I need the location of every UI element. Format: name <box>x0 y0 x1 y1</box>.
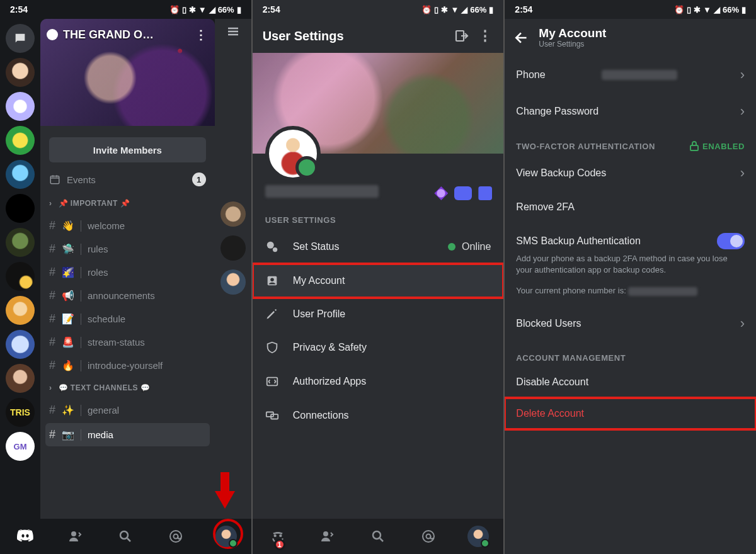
row-delete-account[interactable]: Delete Account <box>505 398 756 429</box>
channel-announcements[interactable]: #📢announcements <box>40 284 215 307</box>
tab-friends-icon[interactable] <box>50 519 101 554</box>
channel-welcome[interactable]: #👋welcome <box>40 214 215 237</box>
server-avatar-12[interactable]: GM <box>6 432 35 461</box>
channel-introduce-yourself[interactable]: #🔥introduce-yourself <box>40 354 215 377</box>
svg-point-6 <box>266 242 273 249</box>
svg-point-15 <box>423 531 434 542</box>
exit-icon[interactable] <box>454 28 469 43</box>
tab-search-icon[interactable] <box>353 519 403 554</box>
tab-mentions-icon[interactable] <box>151 519 201 554</box>
row-change-password[interactable]: Change Password › <box>505 93 756 130</box>
profile-avatar[interactable] <box>265 126 321 181</box>
account-icon <box>265 274 282 288</box>
user-profile-label: User Profile <box>293 308 346 320</box>
sms-backup-description: Add your phone as a backup 2FA method in… <box>505 252 756 284</box>
server-avatar-9[interactable] <box>6 330 35 359</box>
server-avatar-6[interactable] <box>6 228 35 257</box>
tab-mentions-icon[interactable] <box>403 519 454 554</box>
status-time: 2:54 <box>263 4 280 14</box>
sms-backup-toggle[interactable] <box>717 233 745 249</box>
svg-point-9 <box>270 278 274 281</box>
menu-icon[interactable] <box>226 24 241 39</box>
profile-badges <box>434 186 492 200</box>
bottom-tabs <box>0 519 251 554</box>
server-avatar-11[interactable]: TRIS <box>6 398 35 427</box>
verified-icon <box>47 29 58 40</box>
status-time: 2:54 <box>10 4 28 14</box>
member-avatar-1[interactable] <box>220 201 246 227</box>
channel-roles[interactable]: #🌠roles <box>40 261 215 284</box>
row-authorized-apps[interactable]: Authorized Apps <box>253 365 504 399</box>
row-blocked-users[interactable]: Blocked Users › <box>505 305 756 342</box>
member-avatar-3[interactable] <box>220 269 246 295</box>
tab-profile[interactable] <box>201 519 251 554</box>
server-avatar-5[interactable] <box>6 194 35 223</box>
hypesquad-badge-icon <box>478 186 492 200</box>
invite-members-button[interactable]: Invite Members <box>49 137 206 162</box>
category-important[interactable]: ›📌 IMPORTANT 📌 <box>40 193 215 214</box>
panel-user-settings: 2:54 ⏰▯✱▼◢ 66%▮ User Settings ⋮ USER SET… <box>251 0 504 554</box>
status-bar: 2:54 ⏰▯✱▼◢ 66%▮ <box>505 0 756 19</box>
row-view-backup-codes[interactable]: View Backup Codes › <box>505 155 756 191</box>
server-avatar-3[interactable] <box>6 126 35 155</box>
channel-rules[interactable]: #🛸rules <box>40 237 215 261</box>
channel-stream-status[interactable]: #🚨stream-status <box>40 331 215 354</box>
server-avatar-7[interactable] <box>6 262 35 291</box>
server-avatar-2[interactable] <box>6 92 35 121</box>
dm-icon[interactable] <box>6 24 35 53</box>
view-backup-label: View Backup Codes <box>516 167 606 179</box>
apps-icon <box>265 375 282 388</box>
server-avatar-4[interactable] <box>6 160 35 189</box>
calendar-icon <box>49 174 60 185</box>
connections-label: Connections <box>293 410 349 421</box>
server-banner: THE GRAND O… ⋮ <box>40 19 215 126</box>
tab-search-icon[interactable] <box>100 519 151 554</box>
category-text-channels[interactable]: ›💬 TEXT CHANNELS 💬 <box>40 377 215 399</box>
status-icons: ⏰▯✱▼◢ 66%▮ <box>169 5 241 14</box>
tab-discord-icon[interactable] <box>0 519 50 554</box>
status-time: 2:54 <box>515 4 532 14</box>
events-row[interactable]: Events 1 <box>40 166 215 193</box>
section-user-settings: USER SETTINGS <box>253 204 504 230</box>
row-set-status[interactable]: Set Status Online <box>253 230 504 264</box>
row-user-profile[interactable]: User Profile <box>253 298 504 331</box>
row-sms-backup[interactable]: SMS Backup Authentication <box>505 223 756 252</box>
row-connections[interactable]: Connections <box>253 399 504 432</box>
svg-point-14 <box>373 531 381 539</box>
more-icon[interactable]: ⋮ <box>478 28 493 44</box>
row-disable-account[interactable]: Disable Account <box>505 366 756 398</box>
channel-schedule[interactable]: #📝schedule <box>40 307 215 331</box>
profile-info <box>253 154 504 204</box>
server-avatar-1[interactable] <box>6 58 35 87</box>
privacy-label: Privacy & Safety <box>293 342 367 353</box>
back-icon[interactable] <box>513 30 530 46</box>
server-avatar-8[interactable] <box>6 296 35 325</box>
current-phone-text: Your current phone number is: <box>505 284 756 305</box>
server-avatar-10[interactable] <box>6 364 35 393</box>
row-privacy[interactable]: Privacy & Safety <box>253 331 504 365</box>
chevron-right-icon: › <box>740 165 745 181</box>
channel-general[interactable]: #✨general <box>40 399 215 422</box>
page-title: User Settings <box>263 29 344 43</box>
lock-icon <box>690 141 699 151</box>
server-more-icon[interactable]: ⋮ <box>195 27 209 42</box>
chevron-right-icon: › <box>740 315 745 332</box>
tab-friends-icon[interactable] <box>302 519 353 554</box>
change-password-label: Change Password <box>516 106 598 117</box>
online-dot-icon <box>448 243 455 251</box>
tab-discord-icon[interactable]: 1 <box>253 519 303 554</box>
tab-profile[interactable] <box>454 519 504 554</box>
row-phone[interactable]: Phone › <box>505 57 756 93</box>
chevron-right-icon: › <box>740 67 745 83</box>
section-2fa: TWO-FACTOR AUTHENTICATION ENABLED <box>505 130 756 155</box>
status-value: Online <box>462 241 491 252</box>
svg-point-4 <box>174 534 178 539</box>
member-avatar-2[interactable] <box>220 235 246 261</box>
connections-icon <box>265 409 282 422</box>
row-my-account[interactable]: My Account <box>253 264 504 298</box>
channel-media[interactable]: #📷media <box>45 423 210 446</box>
pencil-icon <box>265 308 282 320</box>
row-remove-2fa[interactable]: Remove 2FA <box>505 191 756 223</box>
remove-2fa-label: Remove 2FA <box>516 201 574 213</box>
section-account-management: ACCOUNT MANAGEMENT <box>505 342 756 366</box>
